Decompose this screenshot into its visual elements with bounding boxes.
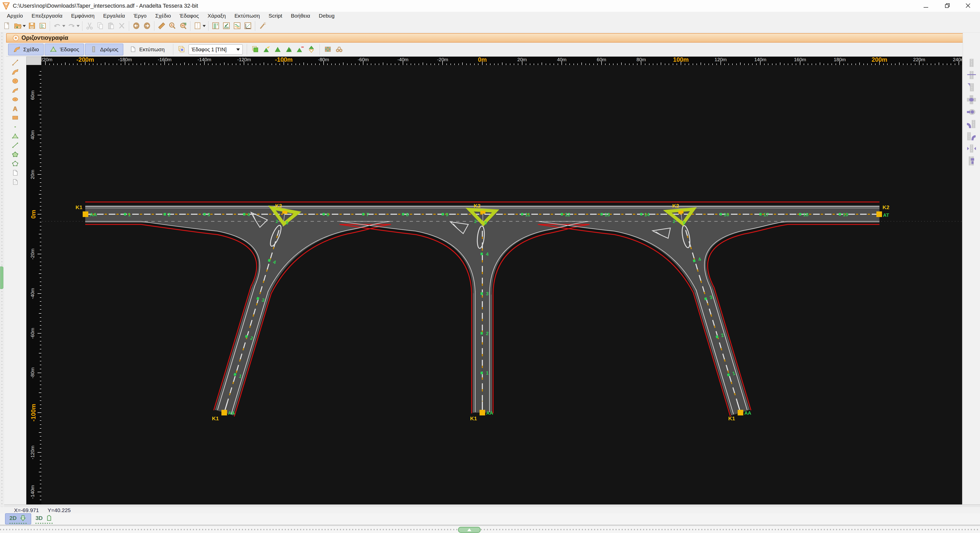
road-straight-button[interactable] (965, 57, 978, 69)
road-end-marker[interactable] (877, 211, 882, 217)
zoom-all-button[interactable]: A (167, 21, 178, 32)
measure-button[interactable] (156, 21, 167, 32)
road-start-marker[interactable] (83, 211, 88, 217)
menu-drawing[interactable]: Σχέδιο (151, 12, 175, 20)
menu-alignment[interactable]: Χάραξη (203, 12, 230, 20)
menu-help[interactable]: Βοήθεια (286, 12, 314, 20)
road-roundabout-button[interactable] (965, 94, 978, 106)
export-settings-button[interactable] (37, 21, 48, 32)
road-junction-right-button[interactable] (965, 130, 978, 143)
zoom-window-button[interactable]: W (178, 21, 188, 32)
tab-3d[interactable]: 3D (31, 513, 57, 524)
menu-project[interactable]: Έργο (129, 12, 151, 20)
tab-terrain[interactable]: Έδαφος (45, 44, 84, 56)
svg-text:K1: K1 (76, 204, 83, 210)
plan-canvas[interactable]: 123412341234123467891112131416171819K225… (41, 65, 962, 504)
road-narrowing-button[interactable] (965, 143, 978, 155)
menu-print[interactable]: Εκτύπωση (230, 12, 264, 20)
branch-end-marker[interactable] (738, 410, 743, 416)
nav-forward-button[interactable] (142, 21, 152, 32)
restore-button[interactable] (938, 0, 956, 11)
magic-wand-button[interactable] (257, 21, 268, 32)
close-button[interactable] (959, 0, 977, 11)
terrain-triangles-button[interactable] (272, 44, 283, 55)
terrain-check-button[interactable] (261, 44, 272, 55)
diagram-view-button[interactable] (242, 21, 253, 32)
menu-terrain[interactable]: Έδαφος (175, 12, 204, 20)
branch-end-marker[interactable] (221, 410, 227, 416)
find-button[interactable] (334, 44, 345, 55)
draw-hatch-button[interactable] (10, 113, 21, 122)
main-station-marker (521, 213, 523, 216)
road-merge-button[interactable] (965, 81, 978, 94)
draw-text-button[interactable]: A (10, 104, 21, 113)
tab-print[interactable]: Εκτύπωση (124, 44, 170, 56)
draw-triangle-button[interactable] (10, 132, 21, 141)
grid-view-button[interactable] (322, 44, 334, 55)
tab-drawing[interactable]: Σχέδιο (8, 44, 44, 56)
panel-expander-button[interactable] (458, 527, 480, 533)
terrain-remove-button[interactable] (294, 44, 306, 55)
draw-line-button[interactable] (10, 58, 21, 67)
road-cross-section-button[interactable] (965, 69, 978, 81)
h-ruler-tick (264, 62, 264, 65)
menu-script[interactable]: Script (264, 12, 286, 20)
panel-header: Οριζοντιογραφία (6, 33, 979, 43)
h-ruler-tick (65, 62, 65, 65)
menu-edit[interactable]: Επεξεργασία (27, 12, 67, 20)
tab-road-label: Δρόμος (100, 46, 118, 52)
menu-view[interactable]: Εμφάνιση (67, 12, 99, 20)
terrain-hatch-button[interactable] (283, 44, 294, 55)
draw-ellipse-button[interactable] (10, 95, 21, 104)
sheet-template-button[interactable] (10, 178, 21, 187)
panel-expander-strip[interactable] (0, 526, 980, 533)
open-file-button[interactable] (12, 21, 27, 32)
cut-button[interactable] (84, 21, 95, 32)
undo-button[interactable] (52, 21, 66, 32)
print-layers-button[interactable] (176, 44, 187, 55)
draw-polygon-button[interactable] (10, 150, 21, 159)
tab-2d[interactable]: 2D (5, 513, 31, 524)
draw-arc-filled-button[interactable] (10, 86, 21, 95)
road-list-button[interactable] (210, 21, 221, 32)
nav-back-button[interactable] (131, 21, 142, 32)
page-layout-button[interactable] (192, 21, 207, 32)
new-file-button[interactable] (2, 21, 12, 32)
redo-button[interactable] (66, 21, 80, 32)
profile-view-button[interactable] (232, 21, 242, 32)
minimize-button[interactable] (917, 0, 935, 11)
terrain-updown-button[interactable] (306, 44, 317, 55)
menu-file[interactable]: Αρχείο (3, 12, 27, 20)
branch-end-marker[interactable] (479, 410, 485, 416)
road-parking-button[interactable] (965, 155, 978, 167)
draw-circle-button[interactable] (10, 76, 21, 86)
import-data-button[interactable] (221, 21, 232, 32)
copy-button[interactable] (95, 21, 106, 32)
menu-tools[interactable]: Εργαλεία (99, 12, 129, 20)
h-ruler-label: 40m (548, 57, 576, 62)
svg-text:K1: K1 (728, 416, 735, 421)
menu-debug[interactable]: Debug (314, 12, 339, 20)
save-file-button[interactable] (27, 21, 37, 32)
svg-text:K1: K1 (470, 416, 477, 421)
tab-road[interactable]: Δρόμος (85, 44, 123, 56)
wand-icon (258, 22, 267, 30)
h-ruler-tick (939, 62, 939, 65)
collapsed-panel-tab[interactable] (0, 266, 3, 289)
h-ruler-label: 160m (786, 57, 814, 62)
h-ruler-tick (462, 62, 463, 65)
delete-item-button[interactable] (116, 21, 127, 32)
paste-button[interactable] (106, 21, 116, 32)
surface-select[interactable]: Έδαφος 1 [TIN] (189, 44, 243, 55)
tab-3d-label: 3D (35, 515, 43, 522)
road-culdesac-button[interactable] (965, 106, 978, 118)
v-ruler-tick (38, 214, 41, 214)
draw-arc-button[interactable] (10, 67, 21, 76)
draw-polyline-button[interactable] (10, 141, 21, 150)
draw-point-button[interactable] (10, 122, 21, 132)
new-sheet-button[interactable] (10, 168, 21, 178)
main-station-marker (124, 213, 126, 216)
draw-polygon-outline-button[interactable] (10, 159, 21, 168)
road-junction-left-button[interactable] (965, 118, 978, 130)
surface-layers-button[interactable] (250, 44, 261, 55)
